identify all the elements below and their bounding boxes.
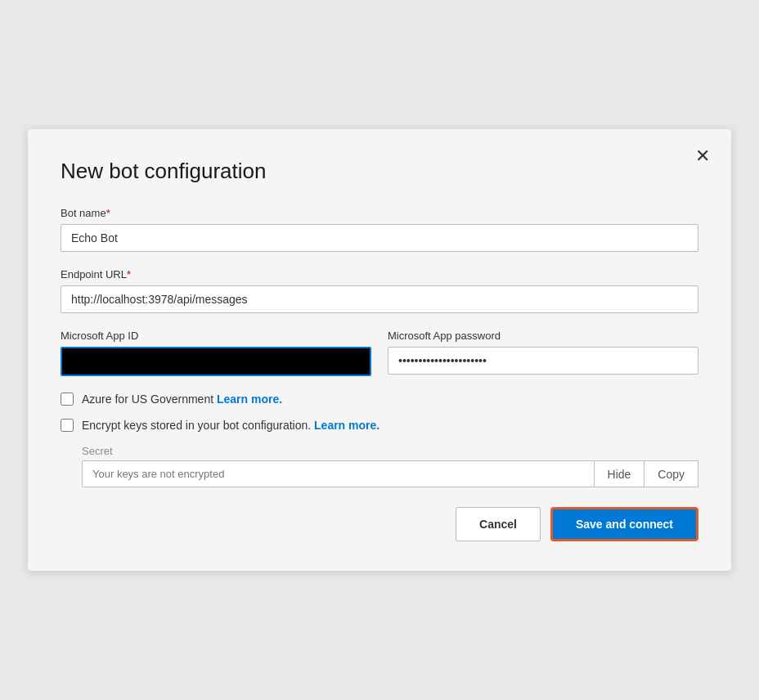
app-id-label: Microsoft App ID	[61, 330, 371, 342]
close-button[interactable]: ✕	[692, 144, 713, 168]
endpoint-url-field-group: Endpoint URL*	[61, 268, 698, 313]
encrypt-keys-row: Encrypt keys stored in your bot configur…	[61, 419, 698, 432]
azure-gov-row: Azure for US Government Learn more.	[61, 393, 698, 406]
required-star-url: *	[127, 268, 131, 280]
bot-name-label: Bot name*	[61, 207, 698, 219]
azure-gov-label: Azure for US Government Learn more.	[82, 393, 282, 406]
azure-gov-checkbox[interactable]	[61, 393, 74, 406]
encrypt-keys-learn-more[interactable]: Learn more.	[314, 419, 380, 432]
bot-name-field-group: Bot name*	[61, 207, 698, 252]
app-credentials-row: Microsoft App ID Microsoft App password	[61, 330, 698, 376]
dialog-title: New bot configuration	[61, 159, 698, 184]
bot-name-input[interactable]	[61, 224, 698, 252]
endpoint-url-input[interactable]	[61, 285, 698, 313]
secret-input-row: Hide Copy	[82, 460, 698, 487]
endpoint-url-label: Endpoint URL*	[61, 268, 698, 280]
secret-section: Secret Hide Copy	[82, 445, 698, 487]
app-password-input[interactable]	[388, 347, 698, 375]
encrypt-keys-label: Encrypt keys stored in your bot configur…	[82, 419, 380, 432]
app-password-label: Microsoft App password	[388, 330, 698, 342]
copy-button[interactable]: Copy	[644, 461, 698, 487]
azure-gov-learn-more[interactable]: Learn more.	[217, 393, 282, 406]
new-bot-config-dialog: ✕ New bot configuration Bot name* Endpoi…	[28, 129, 731, 571]
dialog-footer: Cancel Save and connect	[61, 507, 698, 541]
secret-actions: Hide Copy	[595, 460, 698, 487]
required-star: *	[106, 207, 110, 219]
encrypt-keys-checkbox[interactable]	[61, 419, 74, 432]
secret-label: Secret	[82, 445, 698, 457]
save-connect-button[interactable]: Save and connect	[550, 507, 698, 541]
secret-input[interactable]	[82, 460, 595, 487]
app-password-field-group: Microsoft App password	[388, 330, 698, 376]
close-icon: ✕	[695, 146, 710, 166]
app-id-field-group: Microsoft App ID	[61, 330, 371, 376]
app-id-input[interactable]	[61, 347, 371, 376]
hide-button[interactable]: Hide	[595, 461, 644, 487]
cancel-button[interactable]: Cancel	[456, 507, 541, 541]
